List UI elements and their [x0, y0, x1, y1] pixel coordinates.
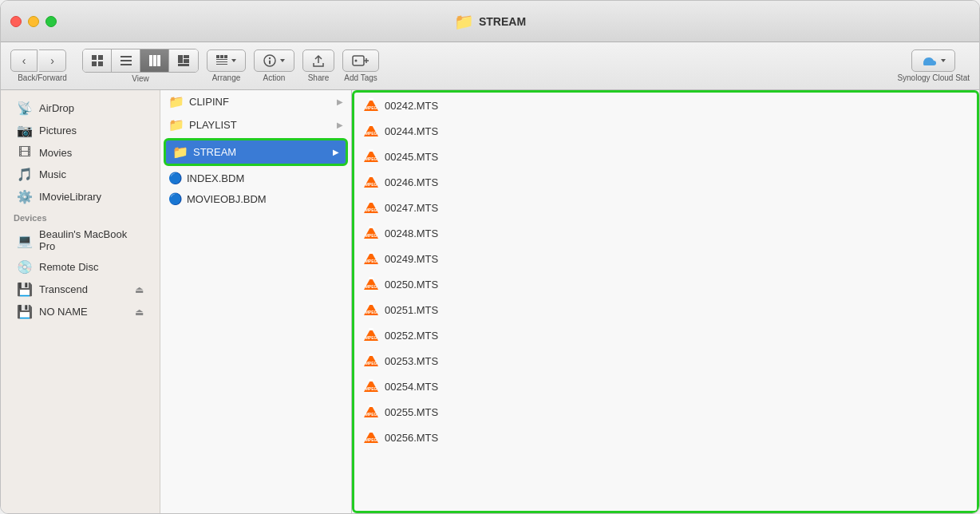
mts-item-00247[interactable]: MPEG 00247.MTS: [354, 195, 977, 220]
mts-item-00248[interactable]: MPEG 00248.MTS: [354, 220, 977, 246]
sidebar-item-music[interactable]: 🎵 Music: [4, 164, 156, 185]
share-label: Share: [308, 73, 330, 82]
playlist-folder-icon: 📁: [168, 117, 184, 132]
playlist-name: PLAYLIST: [189, 119, 332, 131]
minimize-button[interactable]: [28, 16, 39, 27]
add-tags-button[interactable]: [342, 49, 379, 72]
mts-item-00244[interactable]: MPEG 00244.MTS: [354, 118, 977, 144]
mts-name-00252: 00252.MTS: [385, 330, 969, 342]
back-forward-label: Back/Forward: [18, 73, 67, 82]
svg-text:MPEG: MPEG: [366, 182, 377, 187]
devices-section-title: Devices: [1, 208, 160, 224]
column-item-clipinf[interactable]: 📁 CLIPINF ▶: [160, 90, 351, 113]
toolbar: ‹ › Back/Forward: [1, 42, 979, 90]
svg-rect-23: [353, 56, 364, 65]
mts-name-00254: 00254.MTS: [385, 381, 969, 393]
svg-rect-19: [216, 64, 227, 65]
sidebar-item-pictures[interactable]: 📷 Pictures: [4, 120, 156, 141]
svg-rect-47: [369, 277, 373, 279]
svg-rect-38: [369, 200, 373, 203]
svg-rect-56: [369, 354, 373, 356]
clipinf-folder-icon: 📁: [168, 94, 184, 109]
column-item-stream[interactable]: 📁 STREAM ▶: [164, 138, 348, 166]
svg-rect-17: [216, 59, 227, 60]
column-item-index[interactable]: 🔵 INDEX.BDM: [160, 168, 351, 188]
index-name: INDEX.BDM: [187, 172, 343, 184]
synology-button[interactable]: [911, 49, 955, 72]
transcend-eject-button[interactable]: ⏏: [135, 284, 144, 295]
column-item-movieobj[interactable]: 🔵 MOVIEOBJ.BDM: [160, 188, 351, 209]
svg-rect-11: [184, 55, 189, 58]
mts-item-00254[interactable]: MPEG 00254.MTS: [354, 374, 977, 399]
svg-rect-18: [216, 61, 227, 62]
svg-rect-3: [98, 61, 103, 66]
mts-name-00253: 00253.MTS: [385, 355, 969, 367]
svg-rect-2: [92, 61, 97, 66]
mts-item-00251[interactable]: MPEG 00251.MTS: [354, 297, 977, 322]
sidebar-item-remote-disc[interactable]: 💿 Remote Disc: [4, 256, 156, 278]
back-button[interactable]: ‹: [10, 49, 38, 72]
remote-disc-icon: 💿: [17, 259, 33, 275]
svg-rect-14: [216, 55, 219, 58]
forward-button[interactable]: ›: [39, 49, 66, 72]
mts-item-00250[interactable]: MPEG 00250.MTS: [354, 271, 977, 297]
sidebar-item-airdrop[interactable]: 📡 AirDrop: [4, 97, 156, 119]
clipinf-chevron: ▶: [337, 97, 343, 106]
sidebar-label-no-name: NO NAME: [39, 306, 88, 318]
svg-text:MPEG: MPEG: [366, 131, 377, 136]
mts-item-00246[interactable]: MPEG 00246.MTS: [354, 169, 977, 195]
music-icon: 🎵: [17, 167, 33, 182]
mts-item-00255[interactable]: MPEG 00255.MTS: [354, 399, 977, 425]
svg-rect-29: [369, 124, 373, 126]
svg-text:MPEG: MPEG: [366, 335, 377, 340]
sidebar-item-macbook[interactable]: 💻 Beaulin's MacBook Pro: [4, 225, 156, 255]
window-title-area: 📁 STREAM: [454, 12, 526, 31]
column-item-playlist[interactable]: 📁 PLAYLIST ▶: [160, 113, 351, 136]
svg-rect-7: [149, 55, 152, 66]
vlc-icon-00244: MPEG: [362, 122, 380, 140]
mts-name-00251: 00251.MTS: [385, 304, 969, 316]
main-content: 📡 AirDrop 📷 Pictures 🎞 Movies 🎵 Music ⚙️…: [1, 90, 979, 513]
movies-icon: 🎞: [17, 145, 33, 160]
mts-name-00246: 00246.MTS: [385, 176, 969, 188]
sidebar-item-imovierlibrary[interactable]: ⚙️ IMovieLibrary: [4, 186, 156, 208]
index-file-icon: 🔵: [168, 172, 182, 184]
mts-column: MPEG 00242.MTS MPEG 00244.MTS MPEG 00245…: [352, 90, 979, 513]
close-button[interactable]: [10, 16, 22, 27]
mts-item-00245[interactable]: MPEG 00245.MTS: [354, 144, 977, 169]
action-button[interactable]: [254, 49, 294, 72]
mts-item-00242[interactable]: MPEG 00242.MTS: [354, 93, 977, 118]
vlc-icon-00246: MPEG: [362, 173, 380, 191]
column-view-button[interactable]: [140, 49, 169, 72]
gallery-view-button[interactable]: [169, 49, 198, 72]
mts-item-00256[interactable]: MPEG 00256.MTS: [354, 425, 977, 450]
sidebar-item-no-name[interactable]: 💾 NO NAME ⏏: [4, 301, 156, 322]
mts-item-00249[interactable]: MPEG 00249.MTS: [354, 246, 977, 271]
mts-item-00253[interactable]: MPEG 00253.MTS: [354, 348, 977, 374]
svg-rect-53: [369, 328, 373, 330]
arrange-button[interactable]: [207, 49, 246, 72]
svg-rect-6: [121, 64, 132, 65]
movieobj-file-icon: 🔵: [168, 192, 182, 205]
mts-item-00252[interactable]: MPEG 00252.MTS: [354, 322, 977, 348]
svg-rect-4: [121, 56, 132, 57]
fullscreen-button[interactable]: [45, 16, 57, 27]
no-name-eject-button[interactable]: ⏏: [135, 306, 144, 318]
finder-window: 📁 STREAM ‹ › Back/Forward: [0, 0, 980, 514]
sidebar-label-music: Music: [39, 168, 66, 180]
sidebar-label-macbook: Beaulin's MacBook Pro: [39, 228, 144, 252]
list-view-button[interactable]: [112, 49, 140, 72]
icon-view-button[interactable]: [83, 49, 112, 72]
sidebar-item-movies[interactable]: 🎞 Movies: [4, 142, 156, 163]
svg-point-24: [355, 60, 358, 62]
svg-rect-44: [369, 251, 373, 254]
sidebar-item-transcend[interactable]: 💾 Transcend ⏏: [4, 279, 156, 300]
sidebar-label-imovierlibrary: IMovieLibrary: [39, 191, 101, 203]
vlc-icon-00248: MPEG: [362, 224, 380, 242]
svg-text:MPEG: MPEG: [366, 105, 377, 110]
imovierlibrary-icon: ⚙️: [17, 189, 33, 204]
mts-name-00247: 00247.MTS: [385, 202, 969, 214]
svg-rect-9: [157, 55, 160, 66]
svg-rect-26: [369, 98, 373, 101]
share-button[interactable]: [302, 49, 334, 72]
